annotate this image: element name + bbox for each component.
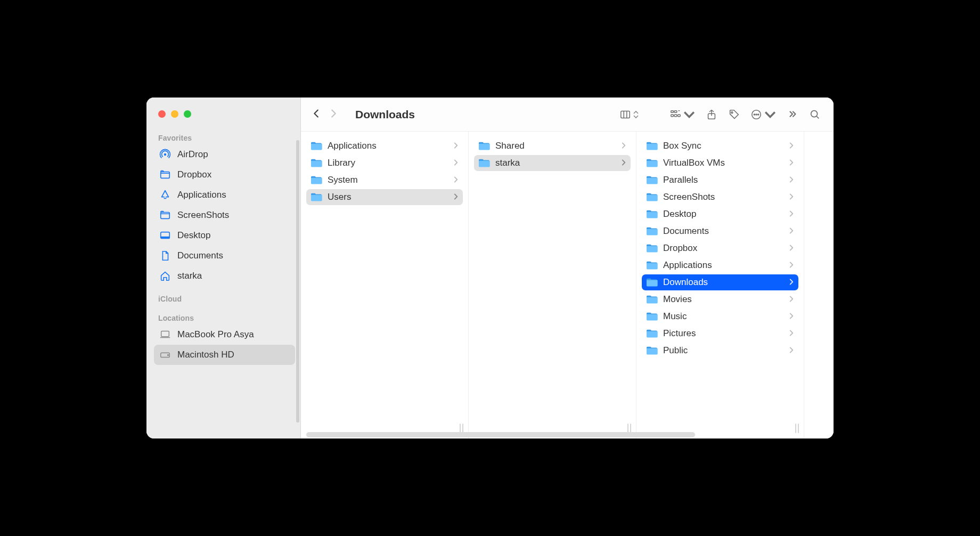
- search-button[interactable]: [806, 107, 824, 123]
- share-button[interactable]: [703, 107, 721, 123]
- back-button[interactable]: [311, 108, 322, 121]
- column-resize-handle[interactable]: [795, 424, 801, 433]
- chevron-right-icon: [453, 141, 459, 151]
- svg-rect-12: [674, 115, 677, 117]
- folder-icon: [311, 158, 322, 168]
- chevron-right-icon: [789, 243, 794, 254]
- chevron-right-icon: [621, 141, 626, 151]
- folder-row[interactable]: Shared: [474, 138, 631, 154]
- sidebar-item-label: Dropbox: [177, 169, 211, 180]
- file-name: Public: [663, 345, 688, 356]
- toolbar-overflow-button[interactable]: [783, 107, 802, 123]
- sidebar-heading: Locations: [154, 311, 295, 324]
- column-view: Applications Library System Users: [301, 132, 834, 438]
- chevron-right-icon: [789, 158, 794, 168]
- folder-icon: [646, 209, 658, 219]
- folder-row[interactable]: Users: [306, 189, 463, 205]
- column-2: Box Sync VirtualBox VMs Parallels Screen…: [636, 132, 804, 438]
- main-area: Downloads: [301, 98, 834, 438]
- chevron-right-icon: [453, 158, 459, 168]
- folder-row[interactable]: ScreenShots: [642, 189, 798, 205]
- svg-rect-2: [161, 213, 170, 219]
- toolbar: Downloads: [301, 98, 834, 132]
- folder-row[interactable]: VirtualBox VMs: [642, 155, 798, 171]
- sidebar-item-airdrop[interactable]: AirDrop: [154, 144, 295, 165]
- folder-row[interactable]: starka: [474, 155, 631, 171]
- chevron-right-icon: [789, 226, 794, 237]
- folder-row[interactable]: Music: [642, 308, 798, 324]
- more-actions-button[interactable]: [747, 107, 779, 123]
- file-name: Applications: [663, 260, 712, 271]
- sidebar-heading: iCloud: [154, 291, 295, 305]
- column-1: Shared starka: [469, 132, 636, 438]
- airdrop-icon: [159, 149, 171, 160]
- sidebar-item-label: ScreenShots: [177, 210, 229, 221]
- sidebar-section-locations: Locations MacBook Pro Asya Macintosh HD: [146, 305, 300, 365]
- chevron-right-icon: [789, 294, 794, 305]
- maximize-button[interactable]: [184, 110, 191, 118]
- file-name: Library: [328, 158, 355, 168]
- sidebar-item-label: Desktop: [177, 230, 210, 241]
- sidebar-item-screenshots[interactable]: ScreenShots: [154, 205, 295, 225]
- sidebar-item-disk[interactable]: Macintosh HD: [154, 345, 295, 365]
- folder-icon: [159, 169, 171, 181]
- sidebar-item-label: AirDrop: [177, 149, 208, 160]
- folder-icon: [646, 158, 658, 168]
- svg-point-0: [164, 153, 166, 156]
- forward-button[interactable]: [328, 108, 339, 121]
- folder-icon: [646, 312, 658, 321]
- appstore-icon: [159, 189, 171, 201]
- group-by-button[interactable]: [666, 107, 698, 123]
- horizontal-scrollbar[interactable]: [306, 432, 695, 437]
- laptop-icon: [159, 329, 171, 340]
- chevron-right-icon: [789, 141, 794, 151]
- tags-button[interactable]: [725, 107, 743, 123]
- folder-row[interactable]: Parallels: [642, 172, 798, 188]
- folder-row[interactable]: Applications: [642, 257, 798, 273]
- file-name: starka: [495, 158, 520, 168]
- folder-icon: [478, 141, 490, 151]
- svg-rect-1: [161, 172, 170, 178]
- close-button[interactable]: [158, 110, 166, 118]
- sidebar-item-desktop[interactable]: Desktop: [154, 225, 295, 246]
- sidebar-item-home[interactable]: starka: [154, 266, 295, 286]
- folder-row[interactable]: Public: [642, 343, 798, 359]
- svg-rect-10: [674, 110, 677, 112]
- folder-row[interactable]: Documents: [642, 223, 798, 239]
- file-name: System: [328, 175, 358, 185]
- sidebar-item-laptop[interactable]: MacBook Pro Asya: [154, 324, 295, 345]
- sidebar-item-applications[interactable]: Applications: [154, 185, 295, 205]
- chevron-right-icon: [453, 175, 459, 185]
- chevron-right-icon: [789, 311, 794, 322]
- chevron-right-icon: [789, 345, 794, 356]
- file-name: Movies: [663, 294, 692, 305]
- folder-icon: [646, 243, 658, 253]
- folder-icon: [478, 158, 490, 168]
- folder-row[interactable]: System: [306, 172, 463, 188]
- svg-rect-11: [671, 115, 674, 117]
- file-name: Dropbox: [663, 243, 697, 254]
- svg-rect-9: [671, 110, 674, 112]
- view-columns-button[interactable]: [616, 107, 642, 123]
- folder-icon: [311, 141, 322, 151]
- sidebar-section-icloud: iCloud: [146, 286, 300, 305]
- folder-row[interactable]: Library: [306, 155, 463, 171]
- minimize-button[interactable]: [171, 110, 178, 118]
- file-name: ScreenShots: [663, 192, 715, 202]
- file-name: VirtualBox VMs: [663, 158, 725, 168]
- folder-row[interactable]: Box Sync: [642, 138, 798, 154]
- folder-icon: [311, 175, 322, 185]
- folder-row[interactable]: Applications: [306, 138, 463, 154]
- folder-row[interactable]: Dropbox: [642, 240, 798, 256]
- sidebar-item-documents[interactable]: Documents: [154, 246, 295, 266]
- folder-row[interactable]: Pictures: [642, 326, 798, 342]
- folder-icon: [646, 175, 658, 185]
- folder-icon: [646, 329, 658, 338]
- sidebar-scrollbar[interactable]: [296, 140, 299, 423]
- file-name: Desktop: [663, 209, 696, 220]
- folder-row[interactable]: Movies: [642, 291, 798, 307]
- file-name: Applications: [328, 141, 377, 151]
- sidebar-item-dropbox[interactable]: Dropbox: [154, 165, 295, 185]
- folder-row[interactable]: Desktop: [642, 206, 798, 222]
- folder-row[interactable]: Downloads: [642, 274, 798, 290]
